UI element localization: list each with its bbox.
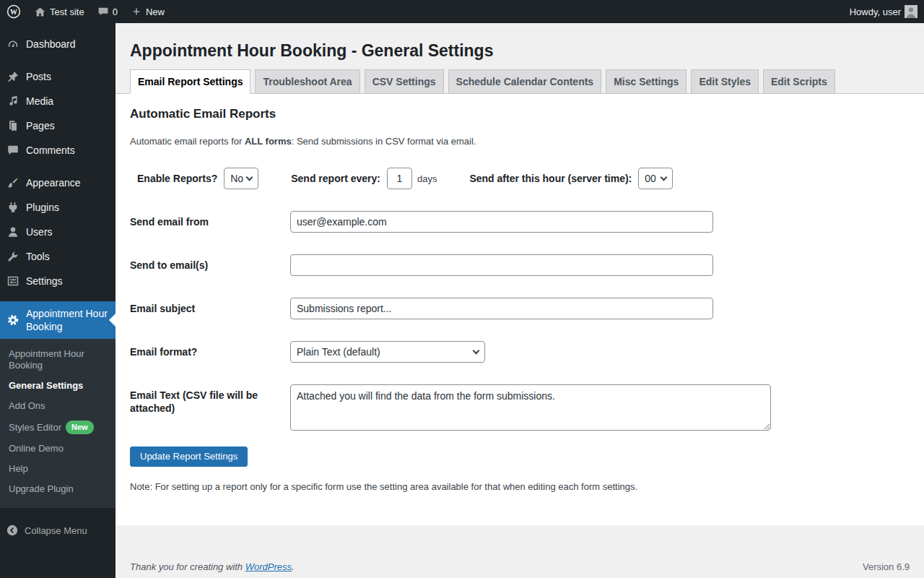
admin-bar-left: W Test site 0	[0, 0, 171, 23]
send-hour-select[interactable]: 00	[638, 168, 673, 189]
sidebar-item-appointment-hour-booking[interactable]: Appointment Hour Booking	[0, 301, 116, 339]
tab-edit-scripts[interactable]: Edit Scripts	[763, 69, 835, 94]
email-report-settings-panel: Automatic Email Reports Automatic email …	[116, 94, 924, 525]
send-hour-label: Send after this hour (server time):	[469, 173, 632, 184]
submenu-item-label: General Settings	[9, 380, 83, 391]
footer-thanks: Thank you for creating with WordPress.	[130, 561, 295, 572]
admin-sidebar: Dashboard Posts Media	[0, 23, 116, 578]
wordpress-link[interactable]: WordPress	[245, 561, 292, 572]
submenu-item-label: Add Ons	[9, 400, 45, 411]
sidebar-item-comments[interactable]: Comments	[0, 138, 116, 163]
comments-indicator[interactable]: 0	[91, 0, 124, 23]
sidebar-item-tools[interactable]: Tools	[0, 244, 116, 269]
sidebar-item-settings[interactable]: Settings	[0, 269, 116, 293]
page-title: Appointment Hour Booking - General Setti…	[130, 40, 910, 61]
comments-icon	[6, 144, 20, 157]
report-frequency-label: Send report every:	[291, 173, 380, 184]
email-text-textarea[interactable]: Attached you will find the data from the…	[290, 384, 771, 431]
menu-separator	[0, 293, 116, 301]
sidebar-item-appearance[interactable]: Appearance	[0, 171, 116, 195]
email-subject-input[interactable]	[290, 298, 713, 319]
tab-misc-settings[interactable]: Misc Settings	[606, 69, 687, 94]
submenu-item-styles-editor[interactable]: Styles EditorNew	[0, 416, 116, 439]
my-account-menu[interactable]: Howdy, user	[843, 0, 924, 23]
sidebar-item-label: Appointment Hour Booking	[26, 307, 110, 333]
tab-email-report-settings[interactable]: Email Report Settings	[130, 69, 250, 94]
intro-bold: ALL forms	[245, 136, 292, 147]
wordpress-logo-menu[interactable]: W	[0, 0, 27, 23]
admin-menu: Dashboard Posts Media	[0, 23, 116, 508]
new-badge: New	[66, 420, 94, 434]
sidebar-item-label: Tools	[26, 250, 50, 263]
plus-icon	[131, 6, 142, 17]
new-content-menu[interactable]: New	[124, 0, 171, 23]
intro-prefix: Automatic email reports for	[130, 136, 245, 147]
admin-bar: W Test site 0	[0, 0, 924, 23]
report-frequency-input[interactable]	[387, 168, 412, 189]
submenu-item-label: Online Demo	[9, 443, 64, 454]
update-report-settings-button[interactable]: Update Report Settings	[130, 447, 248, 467]
email-format-row: Email format? Plain Text (default)	[130, 341, 910, 363]
tools-icon	[6, 250, 20, 263]
submenu-item-appointment-hour-booking[interactable]: Appointment Hour Booking	[0, 344, 116, 376]
tab-schedule-calendar-contents[interactable]: Schedule Calendar Contents	[448, 69, 602, 94]
dashboard-icon	[6, 38, 20, 51]
send-email-from-input[interactable]	[290, 211, 713, 233]
sidebar-item-users[interactable]: Users	[0, 220, 116, 244]
submenu-item-general-settings[interactable]: General Settings	[0, 376, 116, 396]
avatar-icon	[905, 5, 918, 18]
wordpress-logo-icon: W	[6, 4, 21, 19]
settings-icon	[6, 275, 20, 288]
pages-icon	[6, 119, 20, 132]
send-to-emails-input[interactable]	[290, 254, 713, 276]
page-header: Appointment Hour Booking - General Setti…	[116, 23, 924, 61]
submenu-item-upgrade-plugin[interactable]: Upgrade Plugin	[0, 479, 116, 499]
intro-text: Automatic email reports for ALL forms: S…	[130, 136, 910, 147]
submenu-item-add-ons[interactable]: Add Ons	[0, 396, 116, 416]
email-format-select-wrap: Plain Text (default)	[290, 341, 485, 363]
email-text-label: Email Text (CSV file will be attached)	[130, 384, 290, 431]
admin-footer: Thank you for creating with WordPress. V…	[116, 561, 924, 572]
submenu-item-online-demo[interactable]: Online Demo	[0, 439, 116, 459]
howdy-label: Howdy, user	[850, 7, 901, 17]
footer-thanks-prefix: Thank you for creating with	[130, 561, 245, 572]
sidebar-item-label: Posts	[26, 70, 51, 83]
tab-csv-settings[interactable]: CSV Settings	[365, 69, 444, 94]
svg-text:W: W	[10, 8, 17, 16]
media-icon	[6, 95, 20, 108]
enable-reports-label: Enable Reports?	[137, 173, 217, 184]
send-email-from-row: Send email from	[130, 211, 910, 233]
sidebar-item-media[interactable]: Media	[0, 89, 116, 113]
email-subject-label: Email subject	[130, 298, 290, 319]
sidebar-item-dashboard[interactable]: Dashboard	[0, 32, 116, 56]
sidebar-item-posts[interactable]: Posts	[0, 64, 116, 89]
site-name-label: Test site	[50, 7, 84, 17]
send-to-emails-label: Send to email(s)	[130, 254, 290, 276]
site-name-menu[interactable]: Test site	[27, 0, 91, 23]
appointment-gear-icon	[6, 314, 20, 327]
email-subject-row: Email subject	[130, 298, 910, 319]
new-label: New	[146, 7, 165, 17]
email-text-row: Email Text (CSV file will be attached) A…	[130, 384, 910, 431]
collapse-icon	[6, 524, 19, 537]
email-format-select[interactable]: Plain Text (default)	[290, 341, 485, 363]
submenu-item-help[interactable]: Help	[0, 459, 116, 479]
sidebar-item-label: Dashboard	[26, 38, 76, 51]
submenu-item-label: Styles Editor	[9, 422, 61, 433]
enable-reports-select[interactable]: No	[224, 168, 258, 189]
sidebar-item-label: Appearance	[26, 176, 81, 189]
tab-edit-styles[interactable]: Edit Styles	[691, 69, 759, 94]
menu-separator	[0, 56, 116, 64]
intro-suffix: : Send submissions in CSV format via ema…	[292, 136, 476, 147]
sidebar-item-pages[interactable]: Pages	[0, 113, 116, 138]
footer-thanks-suffix: .	[292, 561, 295, 572]
send-hour-select-wrap: 00	[638, 168, 673, 189]
submenu-item-label: Upgrade Plugin	[9, 483, 74, 494]
collapse-menu-button[interactable]: Collapse Menu	[0, 518, 116, 543]
sidebar-item-plugins[interactable]: Plugins	[0, 195, 116, 220]
section-title: Automatic Email Reports	[130, 107, 910, 121]
enable-reports-select-wrap: No	[224, 168, 258, 189]
tab-troubleshoot-area[interactable]: Troubleshoot Area	[255, 69, 359, 94]
version-label: Version 6.9	[863, 561, 910, 572]
sidebar-item-label: Media	[26, 95, 53, 108]
